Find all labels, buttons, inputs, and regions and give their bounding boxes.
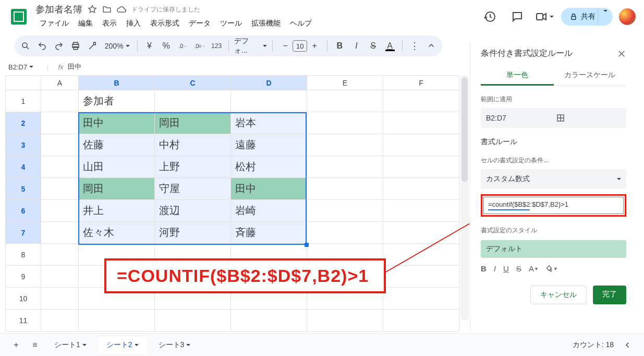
collapse-toolbar-icon[interactable]: [424, 39, 438, 53]
cell[interactable]: 中村: [155, 134, 231, 156]
row-header-4[interactable]: 4: [6, 156, 41, 178]
row-header-10[interactable]: 10: [6, 288, 41, 310]
close-icon[interactable]: [617, 49, 626, 58]
bold-button[interactable]: B: [333, 39, 346, 53]
cell[interactable]: [79, 310, 155, 331]
text-color-button[interactable]: A: [383, 39, 397, 53]
cell[interactable]: 参加者: [79, 90, 155, 112]
cell[interactable]: 斉藤: [231, 222, 307, 244]
custom-formula-input[interactable]: =countif($B$2:$D$7,B2)>1: [483, 197, 624, 214]
sheets-logo[interactable]: [8, 6, 29, 27]
select-range-icon[interactable]: [556, 113, 622, 123]
condition-select[interactable]: カスタム数式: [481, 169, 626, 189]
cell[interactable]: [307, 90, 383, 112]
menu-help[interactable]: ヘルプ: [286, 17, 316, 30]
cell[interactable]: [41, 310, 79, 331]
cell[interactable]: 遠藤: [231, 134, 307, 156]
cell[interactable]: [307, 310, 383, 331]
cell[interactable]: [41, 156, 79, 178]
sheet-tab-2[interactable]: シート2: [98, 336, 147, 354]
add-sheet-icon[interactable]: +: [8, 337, 24, 353]
cell[interactable]: 田中: [79, 112, 155, 134]
font-size-minus[interactable]: −: [278, 39, 293, 53]
cell[interactable]: [307, 200, 383, 222]
font-select[interactable]: デフォ...: [234, 37, 267, 55]
cell[interactable]: 岩本: [231, 112, 307, 134]
cell[interactable]: [383, 288, 459, 310]
undo-icon[interactable]: [35, 39, 49, 53]
menu-data[interactable]: データ: [185, 17, 215, 30]
style-preview[interactable]: デフォルト: [481, 240, 626, 258]
cell[interactable]: 佐藤: [79, 134, 155, 156]
tab-color-scale[interactable]: カラースケール: [554, 66, 627, 85]
done-button[interactable]: 完了: [593, 286, 626, 304]
count-indicator[interactable]: カウント: 18: [573, 340, 614, 350]
cell[interactable]: [383, 178, 459, 200]
cell[interactable]: 佐々木: [79, 222, 155, 244]
cell[interactable]: [383, 310, 459, 331]
cell[interactable]: [383, 200, 459, 222]
comment-icon[interactable]: [507, 6, 528, 27]
cell[interactable]: [307, 222, 383, 244]
selection-handle[interactable]: [305, 243, 309, 247]
fmt-bold-button[interactable]: B: [481, 264, 487, 273]
menu-edit[interactable]: 編集: [74, 17, 97, 30]
cell[interactable]: 岡田: [155, 112, 231, 134]
fmt-fill-color-button[interactable]: ▾: [545, 265, 557, 273]
fmt-strike-button[interactable]: S: [516, 264, 521, 273]
cell[interactable]: 田中: [231, 178, 307, 200]
cell[interactable]: [41, 288, 79, 310]
menu-file[interactable]: ファイル: [35, 17, 73, 30]
name-box[interactable]: B2:D7: [5, 63, 47, 71]
cell[interactable]: [231, 90, 307, 112]
all-sheets-icon[interactable]: ≡: [27, 337, 43, 353]
cell[interactable]: 渡辺: [155, 200, 231, 222]
cell[interactable]: [307, 134, 383, 156]
col-F[interactable]: F: [383, 76, 459, 90]
fmt-italic-button[interactable]: I: [494, 264, 496, 273]
cell[interactable]: [41, 112, 79, 134]
cell[interactable]: [41, 244, 79, 266]
row-header-7[interactable]: 7: [6, 222, 41, 244]
explore-collapse-icon[interactable]: [620, 337, 636, 353]
more-toolbar-icon[interactable]: [408, 39, 421, 53]
select-all-corner[interactable]: [6, 76, 41, 90]
row-header-8[interactable]: 8: [6, 244, 41, 266]
fmt-text-color-button[interactable]: A▾: [529, 264, 538, 273]
cell[interactable]: 井上: [79, 200, 155, 222]
row-header-6[interactable]: 6: [6, 200, 41, 222]
number-format-button[interactable]: 123: [210, 39, 223, 53]
share-dropdown[interactable]: [598, 8, 613, 26]
apply-range-input[interactable]: B2:D7: [481, 108, 626, 128]
user-avatar[interactable]: [619, 8, 636, 25]
row-header-3[interactable]: 3: [6, 134, 41, 156]
cell[interactable]: [383, 222, 459, 244]
font-size-input[interactable]: 10: [293, 40, 307, 52]
menu-view[interactable]: 表示: [98, 17, 121, 30]
cloud-saved-icon[interactable]: [117, 5, 126, 14]
formula-bar[interactable]: 田中: [68, 62, 81, 72]
zoom-select[interactable]: 200%: [103, 41, 132, 51]
cell[interactable]: [41, 178, 79, 200]
strike-button[interactable]: S: [366, 39, 380, 53]
cell[interactable]: 松村: [231, 156, 307, 178]
move-icon[interactable]: [102, 5, 112, 14]
cell[interactable]: 河野: [155, 222, 231, 244]
cell[interactable]: [383, 156, 459, 178]
cell[interactable]: [383, 90, 459, 112]
paint-format-icon[interactable]: [86, 39, 100, 53]
cell[interactable]: [155, 90, 231, 112]
cell[interactable]: [41, 266, 79, 288]
percent-button[interactable]: %: [160, 39, 173, 53]
document-title[interactable]: 参加者名簿: [35, 3, 82, 16]
meet-icon[interactable]: [534, 6, 555, 27]
cell[interactable]: 岡田: [79, 178, 155, 200]
search-icon[interactable]: [19, 39, 32, 53]
cell[interactable]: [41, 134, 79, 156]
star-icon[interactable]: [88, 5, 97, 14]
cell[interactable]: [307, 156, 383, 178]
col-C[interactable]: C: [155, 76, 231, 90]
cancel-button[interactable]: キャンセル: [530, 286, 587, 304]
cell[interactable]: [231, 310, 307, 331]
cell[interactable]: [155, 310, 231, 331]
